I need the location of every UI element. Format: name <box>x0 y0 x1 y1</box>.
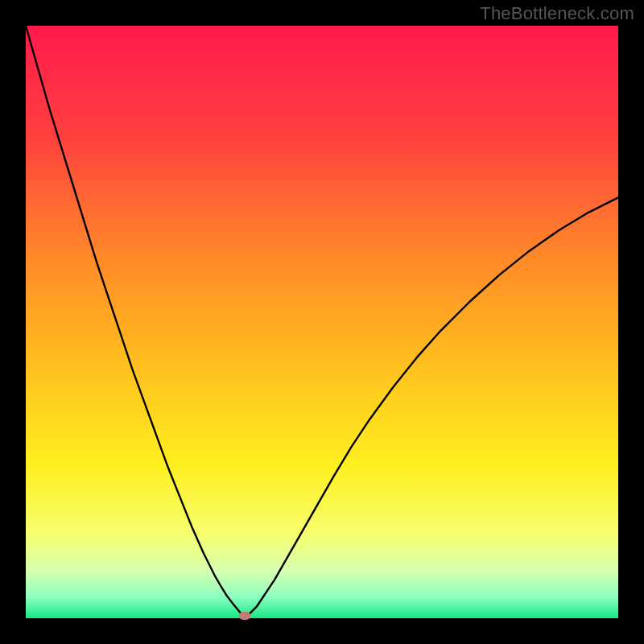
minimum-marker <box>239 612 250 620</box>
chart-background <box>26 26 618 618</box>
bottleneck-chart <box>26 26 618 618</box>
watermark-text: TheBottleneck.com <box>480 3 634 24</box>
chart-frame <box>26 26 618 618</box>
